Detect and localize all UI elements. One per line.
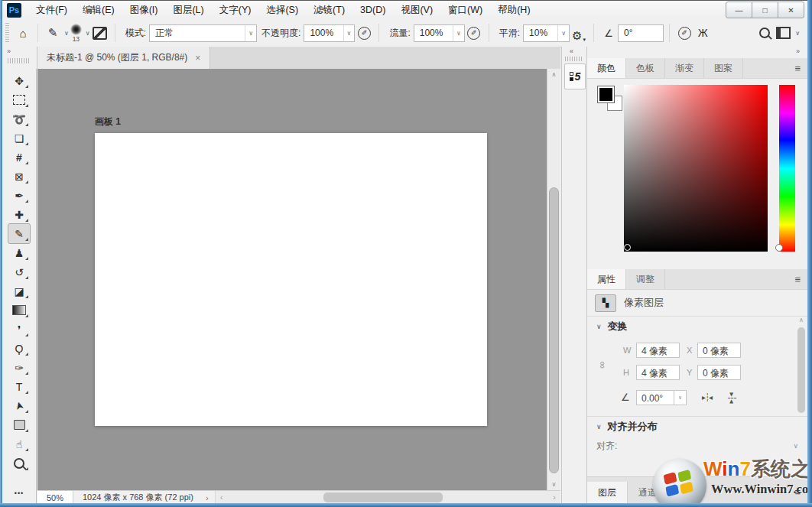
expand-tools-button[interactable]: » [7, 47, 11, 55]
tool-strip-grip[interactable] [8, 58, 29, 63]
close-button[interactable]: ✕ [778, 2, 804, 18]
color-panel-tab[interactable]: 颜色 [587, 58, 626, 78]
status-options-icon[interactable]: › [200, 493, 215, 502]
canvas-horizontal-scrollbar[interactable]: ‹ › [215, 491, 560, 504]
blur-tool[interactable]: ❜ [8, 320, 30, 339]
close-tab-icon[interactable]: × [195, 53, 200, 63]
rectangle-tool[interactable] [8, 415, 30, 434]
menubar-item[interactable]: 文件(F) [28, 1, 75, 19]
menubar-item[interactable]: 窗口(W) [440, 1, 490, 19]
pen-tool[interactable]: ✑ [8, 358, 30, 377]
scroll-right-icon[interactable]: › [548, 493, 560, 502]
eraser-tool[interactable]: ◪ [8, 281, 30, 301]
smoothing-options-button[interactable]: ⚙▾ [572, 23, 586, 43]
toggle-brush-settings-icon[interactable] [93, 23, 107, 43]
brush-size-picker[interactable]: 13 [70, 24, 82, 43]
panel-menu-icon[interactable]: ≡ [794, 269, 801, 289]
properties-panel-tab[interactable]: 属性 [587, 269, 626, 289]
expand-dock-button[interactable]: « [570, 47, 573, 55]
color-field-cursor[interactable] [624, 244, 631, 251]
properties-scrollbar-thumb[interactable] [797, 327, 805, 413]
hue-slider-cursor[interactable] [775, 244, 783, 252]
horizontal-scrollbar-thumb[interactable] [323, 492, 442, 502]
options-bar-grip[interactable] [5, 23, 9, 43]
horizontal-scrollbar-track[interactable] [228, 491, 548, 504]
menubar-item[interactable]: 文字(Y) [212, 1, 259, 19]
scroll-up-icon[interactable]: ∧ [797, 317, 806, 323]
transform-section-header[interactable]: ∨ 变换 [587, 317, 807, 336]
brush-tool[interactable]: ✎ [8, 224, 30, 243]
move-tool[interactable]: ✥ [8, 71, 30, 90]
properties-scrollbar[interactable]: ∧ [797, 317, 806, 431]
maximize-button[interactable]: □ [752, 2, 778, 18]
gradient-tool[interactable] [8, 301, 30, 320]
path-selection-tool[interactable]: ➤ [8, 396, 30, 415]
foreground-color-swatch[interactable] [597, 86, 615, 103]
panel-menu-icon[interactable]: ≡ [794, 486, 801, 498]
hand-tool[interactable]: ☝ [8, 434, 30, 453]
tool-preset-brush-icon[interactable]: ✎ [46, 23, 60, 43]
menubar-item[interactable]: 图层(L) [165, 1, 211, 19]
pressure-size-icon[interactable]: ✐ [677, 23, 691, 43]
rotate-angle-input[interactable]: 0.00° [636, 390, 674, 405]
bottom-panel-tab[interactable]: 通道 [628, 482, 668, 503]
opacity-select[interactable]: 100% ∨ [304, 24, 355, 42]
y-input[interactable]: 0 像素 [697, 365, 741, 380]
minimize-button[interactable]: — [726, 2, 752, 18]
width-input[interactable]: 4 像素 [636, 343, 680, 358]
type-tool[interactable]: T [8, 377, 30, 396]
flip-horizontal-icon[interactable]: ▸┆◂ [702, 390, 712, 405]
angle-dropdown-icon[interactable]: ∨ [674, 390, 687, 405]
link-dimensions-icon[interactable]: ∞ [597, 362, 609, 369]
history-panel-button[interactable]: 5 [564, 63, 586, 89]
menubar-item[interactable]: 滤镜(T) [306, 1, 352, 19]
menubar-item[interactable]: 帮助(H) [490, 1, 538, 19]
canvas[interactable] [95, 133, 487, 426]
canvas-vertical-scrollbar[interactable]: ∧ ∨ [547, 69, 560, 490]
object-selection-tool[interactable]: ❏ [8, 128, 30, 148]
color-panel-tab[interactable]: 渐变 [665, 58, 704, 78]
align-section-header[interactable]: ∨ 对齐并分布 [587, 417, 807, 437]
workspace-switcher-icon[interactable] [776, 23, 791, 43]
flip-vertical-icon[interactable]: ▸┆◂ [724, 392, 739, 402]
scroll-left-icon[interactable]: ‹ [216, 493, 228, 502]
home-icon[interactable]: ⌂ [16, 23, 30, 43]
zoom-level-field[interactable]: 50% [37, 491, 73, 504]
collapse-panels-button[interactable]: » [796, 47, 800, 55]
scroll-down-icon[interactable]: ∨ [547, 481, 560, 488]
airbrush-icon[interactable]: ✐ [467, 23, 481, 43]
crop-tool[interactable]: # [8, 148, 30, 167]
color-panel-tab[interactable]: 色板 [626, 58, 665, 78]
document-tab[interactable]: 未标题-1 @ 50% (图层 1, RGB/8#) × [37, 47, 210, 69]
frame-tool[interactable]: ⊠ [8, 167, 30, 186]
menubar-item[interactable]: 图像(I) [122, 1, 166, 19]
spot-healing-brush-tool[interactable]: ✚ [8, 205, 30, 224]
menubar-item[interactable]: 视图(V) [393, 1, 440, 19]
menubar-item[interactable]: 编辑(E) [75, 1, 122, 19]
saturation-brightness-field[interactable] [624, 85, 768, 252]
vertical-scrollbar-thumb[interactable] [549, 187, 559, 473]
lasso-tool[interactable]: ➰ [8, 109, 30, 128]
x-input[interactable]: 0 像素 [697, 343, 741, 358]
menubar-item[interactable]: 选择(S) [258, 1, 306, 19]
color-panel-tab[interactable]: 图案 [704, 58, 743, 78]
edit-toolbar-button[interactable]: ••• [15, 489, 24, 497]
search-icon[interactable] [758, 23, 771, 43]
canvas-area[interactable]: 画板 1 ∧ ∨ [37, 69, 560, 490]
clone-stamp-tool[interactable]: ♟ [8, 243, 30, 262]
scroll-up-icon[interactable]: ∧ [547, 71, 560, 78]
history-brush-tool[interactable]: ↺ [8, 262, 30, 281]
paint-symmetry-icon[interactable]: Ж [696, 23, 710, 43]
flow-select[interactable]: 100% ∨ [414, 24, 465, 42]
bottom-panel-tab[interactable]: 图层 [587, 482, 628, 503]
dodge-tool[interactable]: Ϙ [8, 339, 30, 358]
blend-mode-select[interactable]: 正常 ∨ [149, 24, 257, 42]
dock-grip[interactable] [565, 57, 583, 61]
zoom-tool[interactable] [8, 453, 30, 473]
eyedropper-tool[interactable]: ✒ [8, 186, 30, 205]
smoothing-select[interactable]: 10% ∨ [523, 24, 570, 42]
height-input[interactable]: 4 像素 [636, 365, 680, 380]
pressure-opacity-icon[interactable]: ✐ [357, 23, 371, 43]
rectangular-marquee-tool[interactable] [8, 90, 30, 109]
panel-menu-icon[interactable]: ≡ [794, 58, 801, 78]
